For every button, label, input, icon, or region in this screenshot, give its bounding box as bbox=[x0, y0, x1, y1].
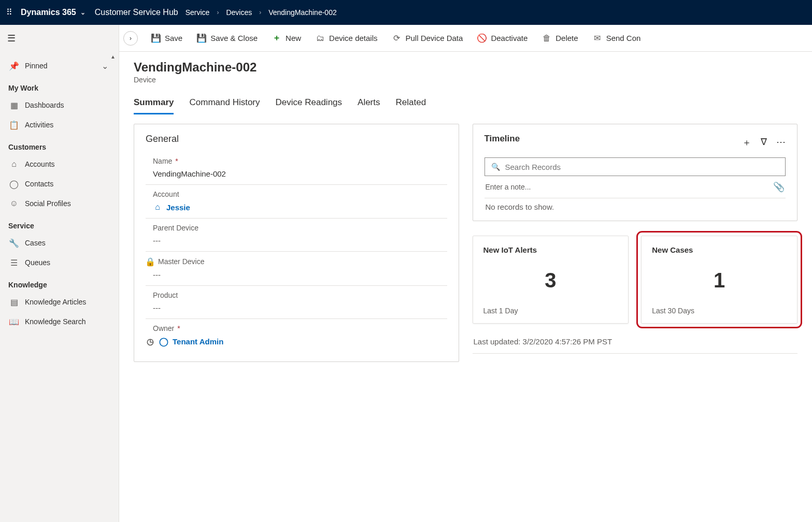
field-parent-device[interactable]: Parent Device --- bbox=[146, 219, 447, 252]
saveclose-icon: 💾 bbox=[197, 34, 206, 43]
recent-icon: ◷ bbox=[146, 337, 155, 346]
search-input[interactable] bbox=[505, 163, 779, 171]
sidebar-item-pinned[interactable]: 📌 Pinned ⌄ bbox=[0, 56, 119, 76]
timeline-empty: No records to show. bbox=[485, 198, 786, 211]
dashboard-icon: ▦ bbox=[9, 100, 19, 110]
crumb-current[interactable]: VendingMachine-002 bbox=[268, 8, 337, 17]
new-button[interactable]: ＋New bbox=[266, 31, 307, 46]
chevron-down-icon: ⌄ bbox=[80, 9, 86, 16]
chevron-right-icon: › bbox=[259, 9, 261, 16]
tab-device-readings[interactable]: Device Readings bbox=[276, 94, 343, 114]
owner-link[interactable]: ◷ ◯ Tenant Admin bbox=[146, 332, 447, 346]
field-value: --- bbox=[146, 299, 447, 312]
pull-data-button[interactable]: ⟳Pull Device Data bbox=[386, 31, 469, 46]
sidebar-item-activities[interactable]: 📋 Activities bbox=[0, 115, 119, 135]
field-master-device[interactable]: 🔒Master Device --- bbox=[146, 252, 447, 286]
save-close-button[interactable]: 💾Save & Close bbox=[191, 31, 264, 46]
device-details-button[interactable]: 🗂Device details bbox=[309, 31, 383, 46]
page: VendingMachine-002 Device Summary Comman… bbox=[119, 52, 812, 522]
app-launcher-icon[interactable]: ⠿ bbox=[6, 10, 11, 15]
send-icon: ✉ bbox=[593, 34, 602, 43]
command-bar: › 💾Save 💾Save & Close ＋New 🗂Device detai… bbox=[119, 25, 812, 52]
sidebar-group-title: Customers bbox=[0, 135, 119, 154]
save-button[interactable]: 💾Save bbox=[145, 31, 189, 46]
stats-row: New IoT Alerts 3 Last 1 Day New Cases 1 … bbox=[473, 236, 798, 324]
queue-icon: ☰ bbox=[9, 258, 19, 267]
stat-alerts[interactable]: New IoT Alerts 3 Last 1 Day bbox=[473, 236, 629, 324]
stat-value: 1 bbox=[652, 254, 787, 307]
stat-footer: Last 30 Days bbox=[652, 307, 787, 315]
stat-cases[interactable]: New Cases 1 Last 30 Days bbox=[641, 236, 797, 324]
field-value: VendingMachine-002 bbox=[146, 165, 447, 178]
hamburger-icon[interactable]: ☰ bbox=[7, 33, 16, 44]
brand[interactable]: Dynamics 365 ⌄ bbox=[21, 8, 86, 17]
sidebar-group-title: My Work bbox=[0, 76, 119, 95]
field-name[interactable]: Name* VendingMachine-002 bbox=[146, 152, 447, 185]
tab-alerts[interactable]: Alerts bbox=[358, 94, 380, 114]
lock-icon: 🔒 bbox=[146, 257, 155, 266]
social-icon: ☺ bbox=[9, 199, 19, 208]
details-icon: 🗂 bbox=[316, 34, 325, 43]
sidebar-item-label: Cases bbox=[25, 239, 109, 247]
sidebar-group-title: Service bbox=[0, 213, 119, 233]
sidebar-item-knowledge-articles[interactable]: ▤ Knowledge Articles bbox=[0, 292, 119, 312]
sidebar-item-dashboards[interactable]: ▦ Dashboards bbox=[0, 95, 119, 115]
tab-summary[interactable]: Summary bbox=[134, 94, 174, 114]
sidebar-item-accounts[interactable]: ⌂ Accounts bbox=[0, 154, 119, 174]
send-button[interactable]: ✉Send Con bbox=[587, 31, 647, 46]
sidebar-item-contacts[interactable]: ◯ Contacts bbox=[0, 174, 119, 194]
entity-type: Device bbox=[134, 76, 797, 84]
sidebar-item-queues[interactable]: ☰ Queues bbox=[0, 253, 119, 272]
required-icon: * bbox=[177, 324, 180, 332]
sidebar-item-label: Dashboards bbox=[25, 101, 109, 109]
attachment-icon[interactable]: 📎 bbox=[773, 181, 785, 193]
general-heading: General bbox=[146, 134, 447, 144]
chevron-right-icon: › bbox=[217, 9, 219, 16]
timeline-search[interactable]: 🔍 bbox=[485, 157, 786, 176]
sidebar-item-label: Contacts bbox=[25, 180, 109, 188]
deactivate-button[interactable]: 🚫Deactivate bbox=[471, 31, 534, 46]
more-icon[interactable]: ⋯ bbox=[776, 136, 786, 149]
last-updated: Last updated: 3/2/2020 4:57:26 PM PST bbox=[473, 333, 798, 354]
sidebar-item-knowledge-search[interactable]: 📖 Knowledge Search bbox=[0, 312, 119, 331]
account-icon: ⌂ bbox=[9, 160, 19, 169]
tab-related[interactable]: Related bbox=[396, 94, 426, 114]
timeline-heading: Timeline bbox=[485, 134, 520, 144]
stat-title: New IoT Alerts bbox=[483, 245, 618, 254]
account-icon: ⌂ bbox=[153, 202, 162, 212]
person-icon: ◯ bbox=[159, 337, 168, 346]
save-icon: 💾 bbox=[151, 34, 161, 43]
search-icon: 🔍 bbox=[491, 163, 500, 171]
field-owner[interactable]: Owner* ◷ ◯ Tenant Admin bbox=[146, 319, 447, 352]
tab-command-history[interactable]: Command History bbox=[189, 94, 260, 114]
field-account[interactable]: Account ⌂ Jessie bbox=[146, 185, 447, 219]
top-nav: ⠿ Dynamics 365 ⌄ Customer Service Hub Se… bbox=[0, 0, 812, 25]
collapse-up-icon[interactable]: ▲ bbox=[110, 54, 116, 60]
sidebar: ☰ ▲ 📌 Pinned ⌄ My Work ▦ Dashboards 📋 Ac… bbox=[0, 25, 119, 522]
account-link[interactable]: ⌂ Jessie bbox=[146, 198, 447, 212]
stat-value: 3 bbox=[483, 254, 618, 307]
delete-button[interactable]: 🗑Delete bbox=[536, 31, 584, 46]
delete-icon: 🗑 bbox=[542, 34, 551, 43]
filter-icon[interactable]: ∇ bbox=[761, 136, 767, 149]
crumb-service[interactable]: Service bbox=[186, 8, 210, 17]
pull-icon: ⟳ bbox=[392, 34, 402, 43]
note-placeholder: Enter a note... bbox=[486, 183, 531, 191]
deactivate-icon: 🚫 bbox=[477, 34, 487, 43]
crumb-devices[interactable]: Devices bbox=[226, 8, 252, 17]
add-icon[interactable]: ＋ bbox=[742, 136, 751, 149]
main: › 💾Save 💾Save & Close ＋New 🗂Device detai… bbox=[119, 25, 812, 522]
tab-strip: Summary Command History Device Readings … bbox=[134, 94, 797, 114]
note-input[interactable]: Enter a note... 📎 bbox=[485, 176, 786, 198]
field-product[interactable]: Product --- bbox=[146, 286, 447, 319]
page-title: VendingMachine-002 bbox=[134, 60, 797, 75]
sidebar-item-cases[interactable]: 🔧 Cases bbox=[0, 233, 119, 253]
sidebar-group-title: Knowledge bbox=[0, 272, 119, 292]
sidebar-item-label: Pinned bbox=[25, 62, 94, 70]
wrench-icon: 🔧 bbox=[9, 238, 19, 248]
sidebar-item-social[interactable]: ☺ Social Profiles bbox=[0, 194, 119, 213]
breadcrumb: Customer Service Hub Service › Devices ›… bbox=[95, 8, 337, 17]
sidebar-item-label: Accounts bbox=[25, 160, 109, 168]
bar-expand-icon[interactable]: › bbox=[123, 31, 138, 46]
hub-name[interactable]: Customer Service Hub bbox=[95, 8, 178, 17]
